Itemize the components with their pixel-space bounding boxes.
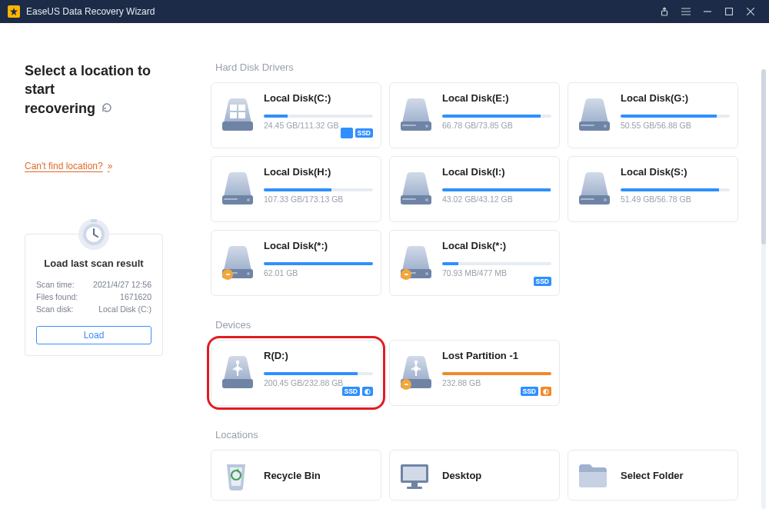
disk-name: Local Disk(*:)	[442, 240, 551, 251]
usb-drive-icon	[219, 351, 256, 390]
svg-rect-42	[236, 361, 239, 364]
svg-rect-13	[343, 132, 347, 136]
drive-icon	[219, 168, 256, 206]
drive-icon	[576, 94, 613, 132]
svg-point-26	[425, 198, 428, 201]
usage-bar	[442, 262, 551, 265]
svg-rect-19	[581, 125, 594, 126]
usage-bar	[621, 115, 730, 118]
svg-point-20	[604, 125, 607, 128]
close-button[interactable]	[740, 0, 761, 23]
disk-card[interactable]: Local Disk(*:) 70.93 MB/477 MB SSD	[389, 230, 560, 296]
location-card[interactable]: Select Folder	[568, 450, 738, 500]
disk-size: 51.49 GB/56.78 GB	[621, 195, 730, 204]
location-card[interactable]: Recycle Bin	[211, 450, 381, 500]
desktop-icon	[398, 460, 431, 490]
refresh-icon[interactable]	[101, 100, 113, 118]
svg-rect-39	[404, 274, 408, 275]
disk-name: Local Disk(G:)	[621, 92, 730, 104]
chevron-right-icon: »	[108, 161, 110, 171]
recycle-icon	[219, 460, 253, 490]
sidebar: Select a location to start recovering Ca…	[0, 23, 192, 532]
device-name: R(D:)	[264, 350, 373, 361]
disk-card[interactable]: Local Disk(E:) 66.78 GB/73.85 GB	[389, 82, 560, 148]
location-name: Desktop	[442, 470, 481, 481]
usage-bar	[621, 188, 730, 191]
scan-disk-value: Local Disk (C:)	[98, 304, 151, 314]
minimize-button[interactable]	[697, 0, 718, 23]
menu-button[interactable]	[675, 0, 697, 23]
disk-name: Local Disk(C:)	[264, 92, 373, 104]
heading-line2: recovering	[25, 101, 95, 116]
svg-rect-14	[347, 132, 351, 136]
files-found-label: Files found:	[36, 292, 78, 301]
disk-size: 43.02 GB/43.12 GB	[442, 195, 551, 204]
title-bar: EaseUS Data Recovery Wizard	[0, 0, 769, 23]
disks-grid: Local Disk(C:) 24.45 GB/111.32 GB SSD Lo…	[211, 82, 749, 296]
usage-bar	[264, 188, 373, 191]
svg-rect-12	[347, 128, 351, 132]
svg-point-29	[604, 198, 607, 201]
locations-grid: Recycle Bin Desktop Select Folder	[211, 450, 749, 500]
disk-name: Local Disk(H:)	[264, 166, 373, 178]
svg-rect-50	[411, 483, 418, 487]
svg-rect-5	[91, 219, 97, 222]
svg-rect-40	[222, 379, 253, 388]
svg-point-17	[425, 125, 428, 128]
main-panel: Hard Disk Drivers Local Disk(C:) 24.45 G…	[192, 23, 769, 532]
app-logo	[8, 5, 20, 18]
disk-badges: SSD	[341, 128, 373, 138]
scan-time-value: 2021/4/27 12:56	[93, 280, 151, 289]
location-name: Select Folder	[621, 470, 684, 481]
svg-point-37	[425, 272, 428, 275]
location-card[interactable]: Desktop	[389, 450, 560, 500]
disk-size: 66.78 GB/73.85 GB	[442, 121, 551, 130]
svg-rect-22	[224, 198, 238, 200]
svg-rect-25	[402, 198, 416, 200]
disk-card[interactable]: Local Disk(G:) 50.55 GB/56.88 GB	[568, 82, 738, 148]
svg-rect-7	[230, 105, 237, 111]
svg-rect-16	[402, 125, 416, 126]
location-name: Recycle Bin	[264, 470, 321, 481]
svg-point-32	[247, 272, 250, 275]
section-locations-label: Locations	[215, 429, 761, 441]
drive-icon	[398, 241, 434, 280]
disk-card[interactable]: Local Disk(C:) 24.45 GB/111.32 GB SSD	[211, 82, 381, 148]
usage-bar	[264, 372, 373, 375]
svg-rect-11	[343, 128, 347, 132]
maximize-button[interactable]	[718, 0, 740, 23]
last-scan-title: Load last scan result	[36, 258, 151, 269]
disk-name: Local Disk(S:)	[621, 166, 730, 178]
svg-point-23	[247, 198, 250, 201]
device-card[interactable]: Lost Partition -1 232.88 GB SSD◐	[389, 340, 560, 406]
device-name: Lost Partition -1	[442, 350, 551, 361]
disk-card[interactable]: Local Disk(*:) 62.01 GB	[211, 230, 381, 296]
usage-bar	[264, 262, 373, 265]
devices-grid: R(D:) 200.45 GB/232.88 GB SSD◐ Lost Part…	[211, 340, 749, 406]
scrollbar[interactable]	[761, 69, 766, 509]
device-card[interactable]: R(D:) 200.45 GB/232.88 GB SSD◐	[211, 340, 381, 406]
drive-icon	[219, 241, 256, 280]
disk-card[interactable]: Local Disk(I:) 43.02 GB/43.12 GB	[389, 156, 560, 222]
disk-size: 50.55 GB/56.88 GB	[621, 121, 730, 130]
disk-name: Local Disk(E:)	[442, 92, 551, 104]
disk-card[interactable]: Local Disk(H:) 107.33 GB/173.13 GB	[211, 156, 381, 222]
svg-rect-45	[414, 361, 418, 364]
drive-icon	[219, 94, 256, 132]
app-title: EaseUS Data Recovery Wizard	[26, 6, 155, 17]
disk-badges: SSD	[534, 277, 551, 286]
svg-rect-34	[226, 274, 230, 275]
scrollbar-thumb[interactable]	[761, 69, 766, 244]
cant-find-location-link[interactable]: Can't find location? »	[25, 161, 109, 171]
svg-rect-1	[726, 8, 733, 15]
share-button[interactable]	[654, 0, 675, 23]
load-button[interactable]: Load	[36, 326, 151, 344]
disk-card[interactable]: Local Disk(S:) 51.49 GB/56.78 GB	[568, 156, 738, 222]
heading-line1: Select a location to start	[25, 63, 151, 97]
svg-rect-49	[403, 467, 426, 480]
drive-icon	[398, 168, 434, 206]
disk-name: Local Disk(I:)	[442, 166, 551, 178]
device-badges: SSD◐	[342, 387, 373, 396]
section-hard-disks-label: Hard Disk Drivers	[215, 62, 761, 73]
drive-icon	[398, 94, 434, 132]
